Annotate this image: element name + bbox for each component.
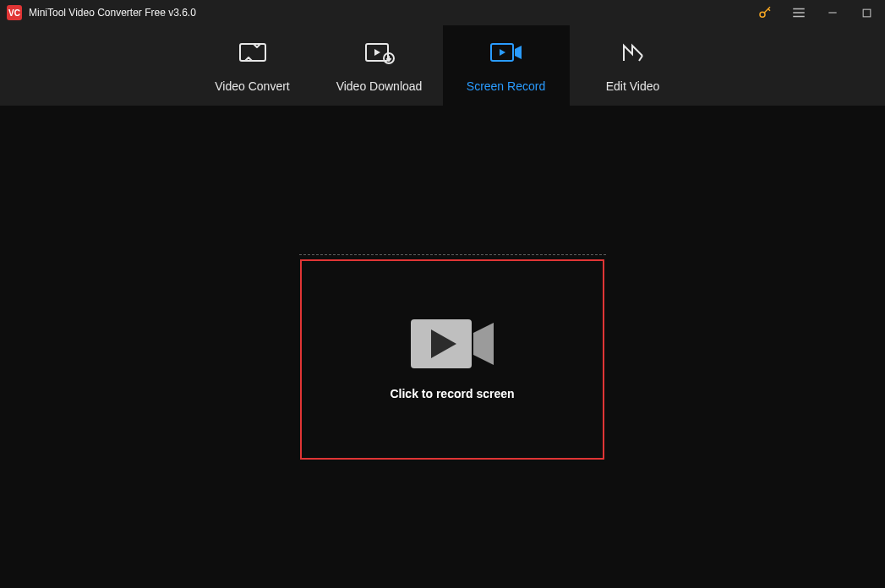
titlebar: VC MiniTool Video Converter Free v3.6.0 xyxy=(0,0,885,25)
tab-video-convert[interactable]: Video Convert xyxy=(189,25,316,106)
svg-point-0 xyxy=(760,12,765,17)
svg-rect-8 xyxy=(240,44,265,61)
video-convert-icon xyxy=(238,39,267,66)
tab-edit-video[interactable]: Edit Video xyxy=(570,25,697,106)
svg-marker-14 xyxy=(500,49,505,56)
video-download-icon xyxy=(364,39,395,66)
tab-video-download[interactable]: Video Download xyxy=(316,25,443,106)
edit-video-icon xyxy=(620,39,646,66)
content-area: Click to record screen xyxy=(0,106,885,588)
app-logo-badge: VC xyxy=(7,5,22,20)
main-tabbar: Video Convert Video Download Screen Reco… xyxy=(0,25,885,106)
key-icon[interactable] xyxy=(757,4,773,21)
app-title: MiniTool Video Converter Free v3.6.0 xyxy=(29,7,196,19)
menu-icon[interactable] xyxy=(790,4,807,21)
record-prompt-label: Click to record screen xyxy=(390,387,514,400)
screen-record-icon xyxy=(489,39,523,66)
minimize-button[interactable] xyxy=(824,4,841,21)
svg-rect-7 xyxy=(863,9,871,17)
tab-label: Screen Record xyxy=(467,79,545,93)
tab-screen-record[interactable]: Screen Record xyxy=(443,25,570,106)
tab-label: Video Convert xyxy=(215,79,289,93)
maximize-button[interactable] xyxy=(858,4,875,21)
record-camera-icon xyxy=(411,319,494,368)
window-controls xyxy=(757,4,878,21)
svg-marker-10 xyxy=(374,49,380,56)
tab-label: Video Download xyxy=(336,79,423,93)
svg-line-2 xyxy=(768,9,770,11)
dashed-outline-top xyxy=(299,254,606,255)
record-screen-button[interactable]: Click to record screen xyxy=(300,259,604,460)
tab-label: Edit Video xyxy=(606,79,660,93)
